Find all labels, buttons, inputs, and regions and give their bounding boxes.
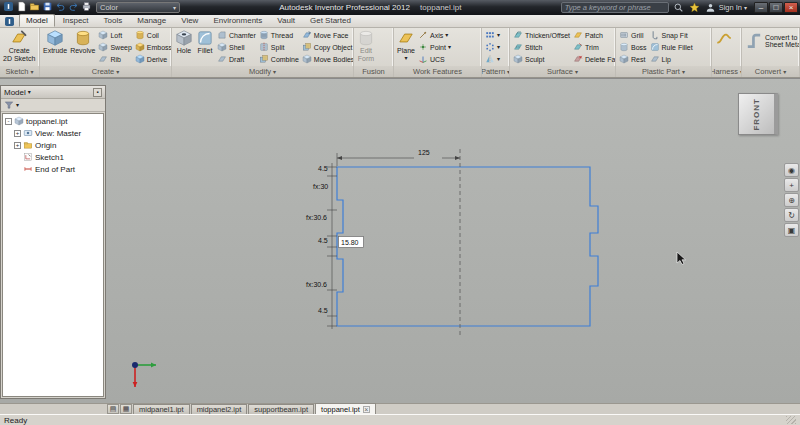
tree-item-toppanel-ipt[interactable]: -toppanel.ipt [3, 115, 103, 127]
redo-button[interactable] [67, 1, 80, 13]
color-override-combo[interactable]: Color ▾ [96, 2, 180, 13]
filter-funnel-icon[interactable] [4, 100, 14, 110]
tab-vault[interactable]: Vault [270, 14, 302, 27]
document-tab-supportbeam-ipt[interactable]: supportbeam.ipt [248, 404, 314, 414]
button-lip[interactable]: Lip [649, 53, 694, 65]
document-tab-midpanel2-ipt[interactable]: midpanel2.ipt [191, 404, 248, 414]
button-snap-fit[interactable]: Snap Fit [649, 29, 694, 41]
tree-item-view-master[interactable]: +View: Master [3, 127, 103, 139]
button-hole[interactable]: Hole [174, 29, 194, 55]
tree-expander[interactable]: + [14, 130, 21, 137]
dimension-label[interactable]: 4.5 [318, 237, 328, 244]
graphics-window[interactable]: 1254.5fx:30fx:30.64.515.80fx:30.64.5 FRO… [0, 79, 800, 403]
button-edit-form[interactable]: EditForm [356, 29, 376, 62]
tree-expander[interactable]: - [5, 118, 12, 125]
button-rule-fillet[interactable]: Rule Fillet [649, 41, 694, 53]
panel-menu-fusion[interactable]: Fusion [354, 66, 393, 77]
print-button[interactable] [80, 1, 93, 13]
app-logo-button[interactable] [2, 1, 15, 13]
tab-get-started[interactable]: Get Started [303, 14, 358, 27]
dimension-label[interactable]: fx:30 [313, 183, 328, 190]
button-copy-object[interactable]: Copy Object [301, 41, 353, 53]
browser-header[interactable]: Model ▾ ▪ [1, 86, 105, 99]
button-patch[interactable]: Patch [572, 29, 615, 41]
button-plane[interactable]: Plane▾ [396, 29, 416, 61]
button-coil[interactable]: Coil [134, 29, 171, 41]
pan-button[interactable]: + [784, 178, 799, 192]
button-pattern-circ[interactable]: ▾ [484, 41, 501, 53]
favorites-star-icon[interactable] [688, 2, 701, 14]
minimize-button[interactable]: – [754, 2, 768, 13]
button-draft[interactable]: Draft [216, 53, 257, 65]
button-fillet[interactable]: Fillet [195, 29, 215, 55]
tab-view[interactable]: View [174, 14, 205, 27]
dimension-label[interactable]: fx:30.6 [306, 214, 327, 221]
close-button[interactable]: × [784, 2, 798, 13]
panel-menu-convert[interactable]: Convert▾ [742, 66, 799, 77]
button-thread[interactable]: Thread [258, 29, 300, 41]
button-grill[interactable]: Grill [618, 29, 648, 41]
button-stitch[interactable]: Stitch [512, 41, 571, 53]
look-at-button[interactable]: ▣ [784, 223, 799, 237]
tab-model[interactable]: Model [19, 14, 55, 27]
dimension-label[interactable]: 4.5 [318, 307, 328, 314]
browser-options-button[interactable]: ▪ [93, 88, 102, 97]
button-ucs[interactable]: UCS [417, 53, 452, 65]
tree-expander[interactable]: + [14, 142, 21, 149]
switch-windows-button[interactable]: ▦ [120, 404, 132, 414]
tile-windows-button[interactable]: ▤ [107, 404, 119, 414]
button-chamfer[interactable]: Chamfer [216, 29, 257, 41]
button-thicken-offset[interactable]: Thicken/Offset [512, 29, 571, 41]
button-rib[interactable]: Rib [97, 53, 132, 65]
button-revolve[interactable]: Revolve [69, 29, 96, 55]
button-point[interactable]: Point▾ [417, 41, 452, 53]
document-tab-toppanel-ipt[interactable]: toppanel.ipt× [315, 403, 376, 414]
button-move-bodies[interactable]: Move Bodies [301, 53, 353, 65]
search-icon[interactable] [672, 2, 685, 14]
panel-menu-modify[interactable]: Modify▾ [172, 66, 353, 77]
chevron-down-icon[interactable]: ▾ [16, 102, 19, 108]
tree-item-origin[interactable]: +Origin [3, 139, 103, 151]
button-split[interactable]: Split [258, 41, 300, 53]
dimension-label[interactable]: 15.80 [341, 239, 359, 246]
tab-environments[interactable]: Environments [206, 14, 269, 27]
application-menu-button[interactable] [2, 16, 16, 27]
panel-menu-work-features[interactable]: Work Features [394, 66, 481, 77]
close-tab-icon[interactable]: × [363, 406, 370, 413]
tab-tools[interactable]: Tools [97, 14, 130, 27]
sign-in-button[interactable]: Sign In ▾ [704, 2, 747, 14]
button-combine[interactable]: Combine [258, 53, 300, 65]
button-shell[interactable]: Shell [216, 41, 257, 53]
button-move-face[interactable]: Move Face [301, 29, 353, 41]
dimension-label[interactable]: fx:30.6 [306, 281, 327, 288]
panel-menu-harness[interactable]: Harness▾ [712, 66, 741, 77]
panel-menu-surface[interactable]: Surface▾ [510, 66, 615, 77]
button-convert-to-sheet-metal[interactable]: Convert toSheet Metal [744, 29, 799, 50]
button-boss[interactable]: Boss [618, 41, 648, 53]
open-file-button[interactable] [28, 1, 41, 13]
button-trim[interactable]: Trim [572, 41, 615, 53]
navigation-wheel-button[interactable]: ◉ [784, 163, 799, 177]
panel-menu-pattern[interactable]: Pattern▾ [482, 66, 509, 77]
button-loft[interactable]: Loft [97, 29, 132, 41]
button-delete-face[interactable]: Delete Face [572, 53, 615, 65]
save-button[interactable] [41, 1, 54, 13]
button-mirror[interactable]: ▾ [484, 53, 501, 65]
button-sculpt[interactable]: Sculpt [512, 53, 571, 65]
new-file-button[interactable] [15, 1, 28, 13]
button-harness[interactable] [714, 29, 734, 47]
zoom-button[interactable]: ⊕ [784, 193, 799, 207]
help-search-input[interactable] [561, 2, 669, 13]
orbit-button[interactable]: ↻ [784, 208, 799, 222]
button-derive[interactable]: Derive [134, 53, 171, 65]
button-sweep[interactable]: Sweep [97, 41, 132, 53]
resize-grip[interactable] [786, 416, 796, 424]
view-cube[interactable]: FRONT [738, 93, 778, 135]
tree-item-sketch1[interactable]: Sketch1 [3, 151, 103, 163]
sketch-profile[interactable] [337, 167, 598, 326]
tab-manage[interactable]: Manage [130, 14, 173, 27]
document-tab-midpanel1-ipt[interactable]: midpanel1.ipt [133, 404, 190, 414]
button-axis[interactable]: Axis▾ [417, 29, 452, 41]
dimension-label[interactable]: 4.5 [318, 165, 328, 172]
tab-inspect[interactable]: Inspect [56, 14, 96, 27]
